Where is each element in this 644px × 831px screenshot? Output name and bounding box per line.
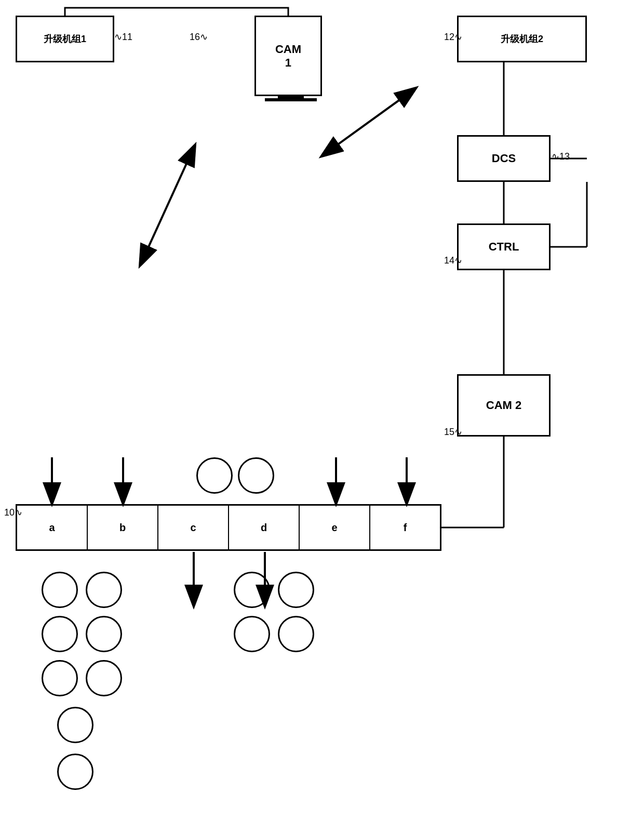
circle-br-2: [278, 572, 314, 608]
ref-10: 10∿: [4, 507, 22, 518]
conveyor-section-a: a: [17, 506, 88, 549]
upgrade2-box: 升级机组2: [457, 16, 587, 62]
cam1-stand: [265, 98, 317, 101]
cam1-label: CAM 1: [275, 43, 301, 70]
cam1-box: CAM 1: [254, 16, 322, 96]
ref-16: 16∿: [190, 31, 208, 43]
ref-13: ∿13: [552, 151, 570, 162]
section-b-label: b: [119, 522, 126, 534]
circle-bl-2: [86, 572, 122, 608]
conveyor-section-b: b: [88, 506, 158, 549]
circle-bl-7: [57, 707, 93, 743]
conveyor-belt: a b c d e f: [16, 504, 441, 551]
upgrade1-box: 升级机组1: [16, 16, 114, 62]
conveyor-section-d: d: [229, 506, 300, 549]
circle-above-c: [196, 457, 233, 494]
section-d-label: d: [261, 522, 267, 534]
conveyor-section-c: c: [158, 506, 229, 549]
ref-12: 12∿: [444, 31, 462, 43]
bidirectional-arrow-1: [140, 146, 195, 265]
circle-bl-4: [86, 616, 122, 652]
circle-bl-1: [42, 572, 78, 608]
section-c-label: c: [190, 522, 196, 534]
ctrl-label: CTRL: [489, 240, 519, 254]
dcs-label: DCS: [492, 152, 516, 165]
conveyor-section-f: f: [370, 506, 440, 549]
upgrade2-label: 升级机组2: [501, 33, 543, 45]
conveyor-section-e: e: [300, 506, 370, 549]
circle-bl-3: [42, 616, 78, 652]
ctrl-box: CTRL: [457, 223, 551, 270]
ref-15: 15∿: [444, 426, 462, 438]
circle-bl-5: [42, 660, 78, 696]
circle-br-3: [234, 616, 270, 652]
bidirectional-arrow-2: [322, 88, 415, 156]
section-f-label: f: [404, 522, 407, 534]
circle-bl-6: [86, 660, 122, 696]
ref-14: 14∿: [444, 255, 462, 266]
cam2-label: CAM 2: [486, 399, 521, 412]
circle-br-1: [234, 572, 270, 608]
section-a-label: a: [49, 522, 55, 534]
section-e-label: e: [331, 522, 337, 534]
circle-bl-8: [57, 754, 93, 790]
cam2-box: CAM 2: [457, 374, 551, 437]
circle-above-d: [238, 457, 274, 494]
dcs-box: DCS: [457, 135, 551, 182]
upgrade1-label: 升级机组1: [44, 33, 86, 45]
ref-11: ∿11: [114, 31, 132, 43]
diagram: CAM 1 升级机组1 升级机组2 DCS CTRL CAM 2 a b c d: [0, 0, 644, 831]
circle-br-4: [278, 616, 314, 652]
